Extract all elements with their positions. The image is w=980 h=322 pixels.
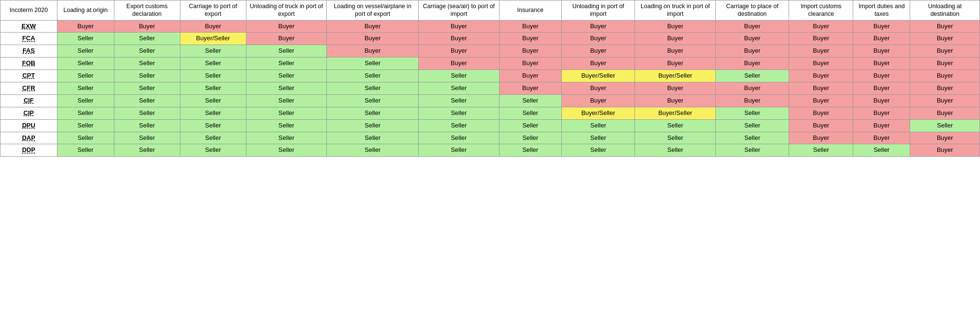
cell-ddp-carriage-sea: Seller [418,144,499,157]
cell-fob-loading-truck-import: Buyer [635,58,716,70]
cell-cif-carriage-port-export: Seller [180,94,246,107]
cell-fob-carriage-destination: Buyer [715,58,789,70]
cell-dap-carriage-sea: Seller [418,132,499,144]
cell-dap-loading-truck-import: Seller [635,132,716,144]
cell-ddp-carriage-port-export: Seller [180,144,246,157]
cell-dap-import-duties: Buyer [853,132,910,144]
cell-fob-insurance: Buyer [499,58,561,70]
incoterm-label[interactable]: FAS [22,47,34,54]
cell-cfr-unloading-import: Buyer [561,82,635,94]
cell-fca-carriage-sea: Buyer [418,33,499,45]
cell-dap-insurance: Seller [499,132,561,144]
cell-cfr-unloading-truck-export: Seller [246,82,327,94]
incoterm-label-cell: CPT [0,70,57,82]
cell-dap-carriage-port-export: Seller [180,132,246,144]
cell-fas-unloading-truck-export: Seller [246,45,327,58]
incoterm-label[interactable]: EXW [22,23,36,30]
cell-fas-unloading-import: Buyer [561,45,635,58]
incoterm-label-cell: EXW [0,20,57,33]
table-row: DPUSellerSellerSellerSellerSellerSellerS… [0,119,980,132]
cell-cip-carriage-port-export: Seller [180,107,246,119]
cell-ddp-unloading-destination: Buyer [910,144,980,157]
cell-dap-unloading-destination: Buyer [910,132,980,144]
cell-cif-carriage-destination: Buyer [715,94,789,107]
cell-fob-unloading-import: Buyer [561,58,635,70]
incoterm-label[interactable]: DDP [22,146,35,153]
table-row: CIPSellerSellerSellerSellerSellerSellerS… [0,107,980,119]
cell-ddp-loading-origin: Seller [57,144,114,157]
cell-fca-loading-truck-import: Buyer [635,33,716,45]
cell-cif-loading-truck-import: Buyer [635,94,716,107]
cell-ddp-unloading-import: Seller [561,144,635,157]
cell-cif-loading-vessel: Seller [327,94,419,107]
cell-dap-export-customs: Seller [114,132,180,144]
cell-fas-carriage-port-export: Seller [180,45,246,58]
cell-cpt-insurance: Buyer [499,70,561,82]
cell-exw-carriage-sea: Buyer [418,20,499,33]
table-row: FCASellerSellerBuyer/SellerBuyerBuyerBuy… [0,33,980,45]
cell-cif-carriage-sea: Seller [418,94,499,107]
table-row: CPTSellerSellerSellerSellerSellerSellerB… [0,70,980,82]
cell-dpu-carriage-destination: Seller [715,119,789,132]
cell-cif-import-duties: Buyer [853,94,910,107]
cell-exw-loading-vessel: Buyer [327,20,419,33]
cell-ddp-import-customs: Seller [789,144,853,157]
cell-fob-import-duties: Buyer [853,58,910,70]
cell-fob-carriage-port-export: Seller [180,58,246,70]
incoterm-label-cell: FOB [0,58,57,70]
incoterm-label[interactable]: CIF [23,97,33,104]
cell-cif-unloading-destination: Buyer [910,94,980,107]
cell-exw-loading-truck-import: Buyer [635,20,716,33]
incoterm-label[interactable]: CPT [22,72,35,79]
cell-dpu-unloading-truck-export: Seller [246,119,327,132]
cell-cip-export-customs: Seller [114,107,180,119]
cell-dpu-unloading-import: Seller [561,119,635,132]
header-unloading-truck-export: Unloading of truck in port of export [246,0,327,21]
cell-cip-import-duties: Buyer [853,107,910,119]
cell-ddp-loading-vessel: Seller [327,144,419,157]
cell-fas-carriage-sea: Buyer [418,45,499,58]
header-carriage-destination: Carriage to place of destination [715,0,789,21]
cell-cip-loading-truck-import: Buyer/Seller [635,107,716,119]
incoterm-label[interactable]: DAP [22,134,35,141]
cell-ddp-unloading-truck-export: Seller [246,144,327,157]
cell-dpu-insurance: Seller [499,119,561,132]
incoterm-label[interactable]: FCA [22,34,35,42]
cell-cif-loading-origin: Seller [57,94,114,107]
incoterm-label-cell: DAP [0,132,57,144]
cell-ddp-import-duties: Seller [853,144,910,157]
cell-cpt-import-duties: Buyer [853,70,910,82]
cell-exw-unloading-import: Buyer [561,20,635,33]
table-row: CFRSellerSellerSellerSellerSellerSellerB… [0,82,980,94]
cell-cpt-unloading-import: Buyer/Seller [561,70,635,82]
cell-exw-import-customs: Buyer [789,20,853,33]
cell-fob-export-customs: Seller [114,58,180,70]
cell-dpu-carriage-sea: Seller [418,119,499,132]
incoterm-label-cell: FAS [0,45,57,58]
cell-exw-unloading-destination: Buyer [910,20,980,33]
cell-dpu-export-customs: Seller [114,119,180,132]
header-loading-origin: Loading at origin [57,0,114,21]
cell-dpu-carriage-port-export: Seller [180,119,246,132]
cell-cfr-loading-origin: Seller [57,82,114,94]
cell-fca-unloading-truck-export: Buyer [246,33,327,45]
cell-fca-insurance: Buyer [499,33,561,45]
incoterm-label[interactable]: CIP [23,109,34,116]
cell-exw-insurance: Buyer [499,20,561,33]
header-carriage-sea: Carriage (sea/air) to port of import [418,0,499,21]
cell-fob-import-customs: Buyer [789,58,853,70]
cell-cfr-export-customs: Seller [114,82,180,94]
incoterm-label[interactable]: FOB [22,59,35,67]
cell-cip-loading-vessel: Seller [327,107,419,119]
header-incoterm: Incoterm 2020 [0,0,57,21]
cell-cpt-unloading-truck-export: Seller [246,70,327,82]
table-row: CIFSellerSellerSellerSellerSellerSellerS… [0,94,980,107]
cell-cpt-import-customs: Buyer [789,70,853,82]
cell-fca-carriage-destination: Buyer [715,33,789,45]
incoterm-label[interactable]: CFR [22,84,35,92]
cell-cfr-loading-truck-import: Buyer [635,82,716,94]
cell-dpu-unloading-destination: Seller [910,119,980,132]
header-import-customs: Import customs clearance [789,0,853,21]
incoterm-label[interactable]: DPU [22,122,35,129]
incoterm-label-cell: CFR [0,82,57,94]
